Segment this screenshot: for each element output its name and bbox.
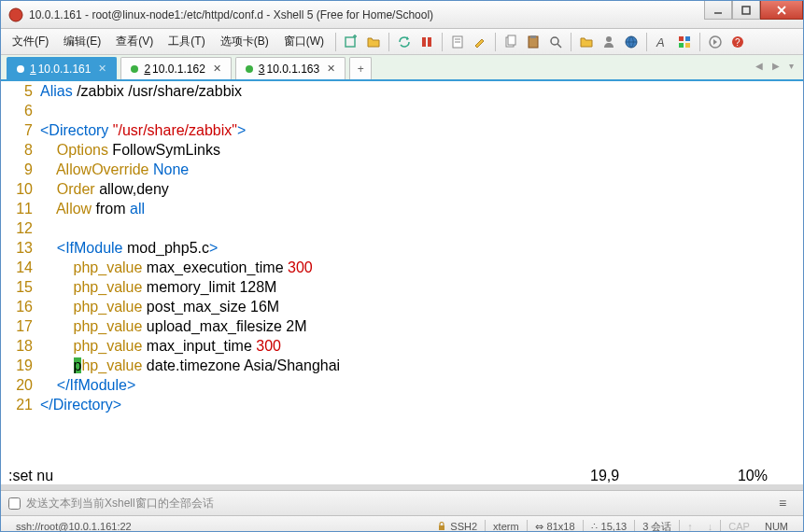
svg-point-19 bbox=[606, 36, 612, 42]
line-number: 14 bbox=[1, 258, 40, 277]
new-tab-button[interactable]: + bbox=[349, 57, 372, 79]
session-tab-3[interactable]: 3 10.0.1.163 ✕ bbox=[235, 57, 346, 79]
tab-menu-icon[interactable]: ▾ bbox=[785, 59, 797, 73]
terminal-editor[interactable]: 5Alias /zabbix /usr/share/zabbix67<Direc… bbox=[1, 81, 803, 468]
lock-icon bbox=[437, 522, 446, 531]
window-title: 10.0.1.161 - root@linux-node1:/etc/httpd… bbox=[29, 8, 801, 21]
line-number: 7 bbox=[1, 120, 40, 140]
menu-view[interactable]: 查看(V) bbox=[108, 30, 161, 53]
tab-next-icon[interactable]: ▶ bbox=[769, 59, 783, 73]
line-number: 21 bbox=[1, 395, 40, 414]
code-line: 8 Options FollowSymLinks bbox=[1, 140, 803, 160]
capslock-indicator: CAP bbox=[721, 521, 757, 532]
status-dot-icon bbox=[246, 65, 253, 73]
compose-placeholder: 发送文本到当前Xshell窗口的全部会话 bbox=[26, 496, 779, 511]
code-line: 20 </IfModule> bbox=[1, 375, 803, 395]
copy-icon[interactable] bbox=[501, 32, 521, 52]
svg-point-0 bbox=[9, 8, 22, 21]
broadcast-checkbox[interactable] bbox=[8, 497, 21, 510]
code-line: 13 <IfModule mod_php5.c> bbox=[1, 238, 803, 258]
profile-icon[interactable] bbox=[599, 32, 619, 52]
term-size: ⇔ 81x18 bbox=[528, 521, 583, 533]
color-icon[interactable] bbox=[674, 32, 695, 52]
find-icon[interactable] bbox=[545, 32, 566, 52]
menu-file[interactable]: 文件(F) bbox=[5, 30, 56, 53]
app-icon bbox=[8, 7, 23, 22]
line-number: 6 bbox=[1, 101, 40, 120]
maximize-button[interactable] bbox=[732, 1, 760, 20]
svg-line-18 bbox=[557, 44, 561, 48]
paste-icon[interactable] bbox=[523, 32, 543, 52]
svg-point-17 bbox=[551, 37, 558, 45]
vim-cursor-pos: 19,9 bbox=[590, 468, 721, 484]
line-number: 13 bbox=[1, 238, 40, 258]
svg-rect-9 bbox=[428, 37, 431, 47]
code-line: 18 php_value max_input_time 300 bbox=[1, 336, 803, 356]
vim-command: :set nu bbox=[8, 468, 590, 484]
folder-icon[interactable] bbox=[576, 32, 597, 52]
line-number: 16 bbox=[1, 297, 40, 316]
code-line: 5Alias /zabbix /usr/share/zabbix bbox=[1, 81, 803, 101]
line-number: 17 bbox=[1, 316, 40, 336]
line-number: 19 bbox=[1, 356, 40, 375]
term-type: xterm bbox=[486, 521, 527, 532]
svg-rect-14 bbox=[508, 35, 515, 45]
line-number: 9 bbox=[1, 160, 40, 179]
svg-rect-24 bbox=[679, 43, 684, 48]
connection-string: ssh://root@10.0.1.161:22 bbox=[8, 521, 430, 532]
numlock-indicator: NUM bbox=[757, 521, 796, 532]
tab-prev-icon[interactable]: ◀ bbox=[752, 59, 767, 73]
line-number: 18 bbox=[1, 336, 40, 356]
status-dot-icon bbox=[17, 65, 24, 73]
session-tab-2[interactable]: 2 10.0.1.162 ✕ bbox=[120, 57, 231, 79]
svg-rect-8 bbox=[422, 37, 426, 47]
code-line: 14 php_value max_execution_time 300 bbox=[1, 258, 803, 277]
compose-bar: 发送文本到当前Xshell窗口的全部会话 ≡ bbox=[1, 490, 803, 516]
svg-text:A: A bbox=[656, 35, 665, 49]
line-number: 11 bbox=[1, 199, 40, 218]
svg-rect-2 bbox=[742, 7, 750, 14]
script-icon[interactable] bbox=[705, 32, 726, 52]
svg-rect-25 bbox=[685, 43, 690, 48]
highlight-icon[interactable] bbox=[470, 32, 490, 52]
font-icon[interactable]: A bbox=[652, 32, 672, 52]
globe-icon[interactable] bbox=[621, 32, 642, 52]
code-line: 10 Order allow,deny bbox=[1, 179, 803, 199]
line-number: 5 bbox=[1, 81, 40, 101]
tab-close-icon[interactable]: ✕ bbox=[213, 63, 221, 75]
menu-edit[interactable]: 编辑(E) bbox=[56, 30, 108, 53]
svg-rect-29 bbox=[439, 525, 444, 530]
session-tab-1[interactable]: 1 10.0.1.161 ✕ bbox=[7, 57, 117, 79]
new-session-icon[interactable] bbox=[341, 32, 361, 52]
tab-bar: 1 10.0.1.161 ✕ 2 10.0.1.162 ✕ 3 10.0.1.1… bbox=[1, 55, 803, 81]
code-line: 16 php_value post_max_size 16M bbox=[1, 297, 803, 316]
vim-scroll-pct: 10% bbox=[721, 468, 796, 484]
reconnect-icon[interactable] bbox=[394, 32, 415, 52]
code-line: 6 bbox=[1, 101, 803, 120]
code-line: 7<Directory "/usr/share/zabbix"> bbox=[1, 120, 803, 140]
minimize-button[interactable] bbox=[704, 1, 732, 20]
close-button[interactable] bbox=[760, 1, 803, 20]
disconnect-icon[interactable] bbox=[416, 32, 437, 52]
menu-window[interactable]: 窗口(W) bbox=[276, 30, 331, 53]
protocol-indicator: SSH2 bbox=[430, 521, 485, 532]
nav-up-icon[interactable]: ↑ bbox=[680, 521, 700, 532]
menu-tools[interactable]: 工具(T) bbox=[161, 30, 212, 53]
svg-rect-5 bbox=[346, 37, 355, 47]
tab-close-icon[interactable]: ✕ bbox=[98, 63, 106, 75]
code-line: 19 php_value date.timezone Asia/Shanghai bbox=[1, 356, 803, 375]
properties-icon[interactable] bbox=[447, 32, 468, 52]
code-line: 17 php_value upload_max_filesize 2M bbox=[1, 316, 803, 336]
nav-down-icon[interactable]: ↓ bbox=[700, 521, 721, 532]
cursor-pos: ∴ 15,13 bbox=[584, 521, 635, 533]
help-icon[interactable]: ? bbox=[727, 32, 748, 52]
menu-tabs[interactable]: 选项卡(B) bbox=[213, 30, 276, 53]
compose-menu-icon[interactable]: ≡ bbox=[779, 496, 796, 511]
session-count: 3 会话 bbox=[635, 520, 679, 533]
line-number: 12 bbox=[1, 218, 40, 238]
line-number: 20 bbox=[1, 375, 40, 395]
open-icon[interactable] bbox=[363, 32, 384, 52]
tab-close-icon[interactable]: ✕ bbox=[327, 63, 335, 75]
code-line: 9 AllowOverride None bbox=[1, 160, 803, 179]
line-number: 8 bbox=[1, 140, 40, 160]
